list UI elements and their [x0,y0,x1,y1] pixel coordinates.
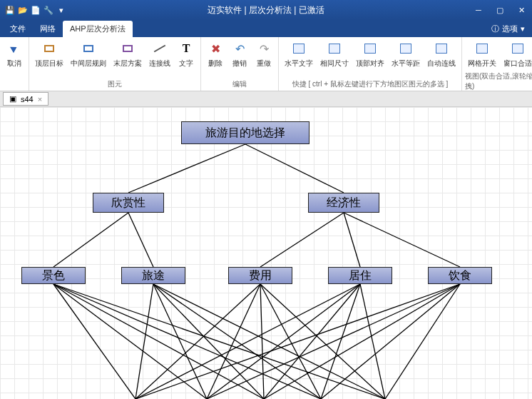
qat-open-icon[interactable]: 📂 [17,4,29,16]
text-icon: T [183,42,190,55]
group-label: 快捷 [ ctrl + 鼠标左键进行下方地图区图元的多选 ] [292,78,449,91]
document-tabs: ▣ s44 × [0,91,532,107]
fit-icon [512,44,523,54]
box-icon [44,45,54,52]
hierarchy-node[interactable]: 景色 [21,267,86,284]
doc-tab-label: s44 [21,95,34,103]
qat-dropdown-icon[interactable]: ▾ [56,4,67,16]
mid-rule-button[interactable]: 中间层规则 [68,39,109,70]
group-label: 视图(双击合适,滚轮缩放,中键拖拽) [465,70,532,93]
delete-icon: ✖ [211,42,220,56]
ribbon-group-edit: ✖删除 ↶撤销 ↷重做 编辑 [201,37,279,91]
same-size-button[interactable]: 相同尺寸 [317,39,352,70]
ribbon-group-quick: 水平文字 相同尺寸 顶部对齐 水平等距 自动连线 快捷 [ ctrl + 鼠标左… [279,37,462,91]
h-even-button[interactable]: 水平等距 [389,39,423,70]
hierarchy-node[interactable]: 欣赏性 [93,193,164,213]
hierarchy-node[interactable]: 居住 [328,267,392,284]
tab-file[interactable]: 文件 [3,21,33,37]
canvas-grid [0,107,532,399]
qat-save-icon[interactable]: 💾 [4,4,16,16]
titlebar: 💾 📂 📄 🔧 ▾ 迈实软件 | 层次分析法 | 已激活 ─ ▢ ✕ [0,0,532,20]
connect-icon [436,44,447,54]
redo-icon: ↷ [260,42,269,56]
undo-button[interactable]: ↶撤销 [228,39,251,70]
connector-button[interactable]: 连接线 [146,39,173,70]
ribbon-group-shapes: 顶层目标 中间层规则 末层方案 连接线 T文字 图元 [29,37,201,91]
htext-button[interactable]: 水平文字 [282,39,316,70]
quick-access-toolbar: 💾 📂 📄 🔧 ▾ [0,3,71,17]
box-icon [123,45,133,52]
minimize-button[interactable]: ─ [468,3,489,17]
auto-conn-button[interactable]: 自动连线 [424,39,459,70]
group-label: 编辑 [232,78,247,91]
tab-ahp[interactable]: AHP层次分析法 [63,21,133,37]
help-icon[interactable]: ⓘ [491,24,499,34]
close-button[interactable]: ✕ [511,3,532,17]
qat-tool-icon[interactable]: 🔧 [43,4,54,16]
qat-new-icon[interactable]: 📄 [30,4,41,16]
doc-tab-icon: ▣ [9,94,16,103]
window-controls: ─ ▢ ✕ [468,3,532,17]
undo-icon: ↶ [235,42,245,56]
options-label[interactable]: 选项 [502,24,518,34]
window-title: 迈实软件 | 层次分析法 | 已激活 [208,4,324,16]
ribbon: 取消 顶层目标 中间层规则 末层方案 连接线 T文字 图元 ✖删除 ↶撤销 ↷重… [0,37,532,91]
top-align-button[interactable]: 顶部对齐 [353,39,387,70]
align-icon [293,44,305,54]
grid-toggle-button[interactable]: 网格开关 [465,39,499,70]
arrow-icon [10,44,19,54]
ribbon-group-view: 网格开关 窗口合适 刷新视图 视图(双击合适,滚轮缩放,中键拖拽) [462,37,532,91]
hierarchy-node[interactable]: 饮食 [428,267,492,284]
fit-window-button[interactable]: 窗口合适 [501,39,532,70]
maximize-button[interactable]: ▢ [489,3,511,17]
hierarchy-node[interactable]: 经济性 [308,193,379,213]
menubar: 文件 网络 AHP层次分析法 ⓘ 选项 ▾ [0,20,532,37]
redo-button[interactable]: ↷重做 [252,39,275,70]
top-goal-button[interactable]: 顶层目标 [32,39,66,70]
options-area: ⓘ 选项 ▾ [491,24,529,34]
group-label: 图元 [108,78,122,91]
cancel-button[interactable]: 取消 [3,39,26,70]
canvas[interactable]: 旅游目的地选择欣赏性经济性景色旅途费用居住饮食 [0,107,532,399]
size-icon [329,44,340,54]
ribbon-group-cancel: 取消 [0,37,29,91]
hierarchy-node[interactable]: 费用 [228,267,292,284]
line-icon [154,45,166,53]
box-icon [83,45,93,52]
hierarchy-node[interactable]: 旅途 [121,267,185,284]
delete-button[interactable]: ✖删除 [204,39,227,70]
doc-tab[interactable]: ▣ s44 × [3,92,48,106]
align-icon [364,44,376,54]
tab-network[interactable]: 网络 [33,21,63,37]
grid-icon [476,44,488,54]
alt-plan-button[interactable]: 末层方案 [111,39,145,70]
distribute-icon [400,44,411,54]
doc-tab-close-icon[interactable]: × [38,95,42,103]
hierarchy-node[interactable]: 旅游目的地选择 [181,121,310,144]
text-button[interactable]: T文字 [175,39,198,70]
options-dropdown-icon[interactable]: ▾ [521,24,525,34]
